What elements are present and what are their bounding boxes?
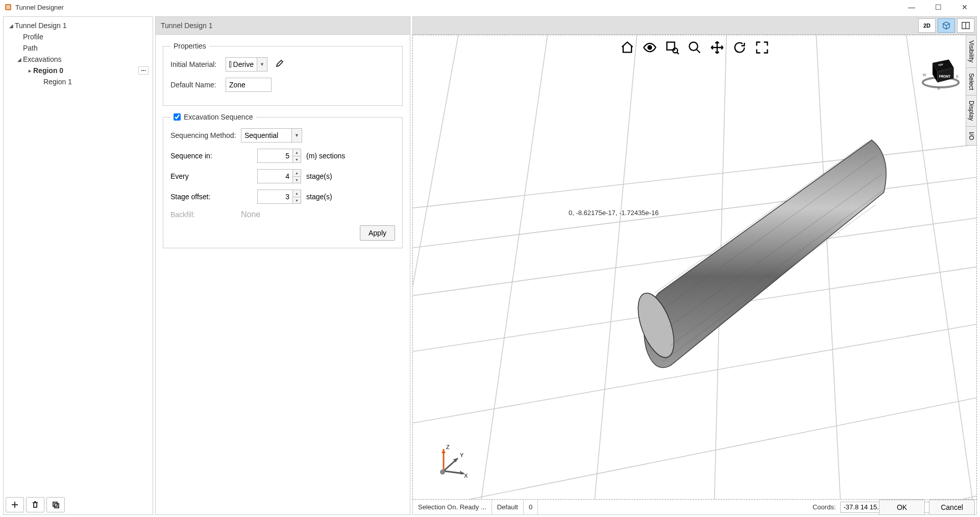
backfill-label: Backfill: — [170, 210, 237, 219]
pan-icon[interactable] — [708, 38, 726, 57]
properties-legend: Properties — [170, 42, 209, 50]
nav-tools — [618, 38, 771, 57]
svg-point-8 — [690, 42, 698, 51]
svg-text:Y: Y — [460, 452, 464, 458]
every-label: Every — [170, 172, 257, 180]
offset-suffix: stage(s) — [306, 193, 332, 201]
tree-region-1[interactable]: ▸Region 1 — [6, 76, 151, 87]
tree-root-label: Tunnel Design 1 — [15, 21, 66, 30]
every-suffix: stage(s) — [306, 172, 332, 180]
properties-fieldset: Properties Initial Material: Derive ▼ De… — [163, 42, 403, 106]
initial-material-label: Initial Material: — [170, 60, 222, 68]
zoom-icon[interactable] — [685, 38, 704, 57]
svg-point-13 — [440, 469, 445, 475]
side-tab-display[interactable]: Display — [966, 95, 977, 126]
svg-text:W: W — [923, 73, 926, 77]
sequence-in-suffix: (m) sections — [306, 152, 345, 160]
side-tab-visibility[interactable]: Visibility — [966, 35, 977, 68]
tree-item-label: Region 0 — [33, 66, 63, 75]
coords-label: Coords: — [813, 503, 836, 511]
method-label: Sequencing Method: — [170, 131, 237, 139]
svg-text:FRONT: FRONT — [939, 75, 950, 78]
tree-path[interactable]: ◢Path — [6, 42, 151, 54]
scene — [413, 35, 976, 500]
svg-text:S: S — [938, 86, 940, 91]
tree-profile[interactable]: ◢Profile — [6, 31, 151, 42]
zoom-box-icon[interactable] — [663, 38, 681, 57]
spin-down-icon[interactable]: ▼ — [293, 176, 301, 183]
properties-header: Tunnel Design 1 — [155, 16, 410, 35]
title-bar: Tunnel Designer — ☐ ✕ — [0, 0, 980, 14]
ok-button[interactable]: OK — [879, 500, 925, 515]
status-mode: Default — [492, 500, 524, 514]
excavation-checkbox[interactable] — [174, 113, 181, 121]
side-tab-select[interactable]: Select — [966, 67, 977, 96]
minimize-button[interactable]: — — [904, 3, 919, 11]
excavation-legend: Excavation Sequence — [170, 113, 256, 121]
every-input[interactable] — [257, 169, 293, 183]
method-select[interactable]: Sequential ▼ — [241, 128, 302, 143]
tree-panel: ◢Tunnel Design 1 ◢Profile ◢Path ◢Excavat… — [3, 16, 153, 515]
spin-down-icon[interactable]: ▼ — [293, 197, 301, 204]
view-cube[interactable]: W E S FRONT TOP — [920, 51, 961, 91]
sequence-in-label: Sequence in: — [170, 152, 257, 160]
duplicate-button[interactable] — [46, 497, 65, 512]
status-count: 0 — [524, 500, 538, 514]
sequence-in-input[interactable] — [257, 149, 293, 163]
side-tab-io[interactable]: I/O — [966, 126, 977, 146]
every-spinner[interactable]: ▲▼ — [257, 169, 301, 183]
viewport-header: 2D — [412, 16, 977, 35]
tree-excavations[interactable]: ◢Excavations — [6, 54, 151, 65]
svg-point-5 — [648, 46, 652, 50]
svg-rect-1 — [6, 5, 10, 9]
tree-item-more-button[interactable]: ··· — [138, 66, 149, 75]
home-icon[interactable] — [618, 38, 636, 57]
dialog-footer: OK Cancel — [879, 500, 975, 515]
view-split-button[interactable] — [957, 18, 974, 33]
rotate-icon[interactable] — [730, 38, 749, 57]
cancel-button[interactable]: Cancel — [929, 500, 975, 515]
status-selection: Selection On. Ready ... — [413, 500, 492, 514]
default-name-input[interactable] — [226, 78, 272, 92]
spin-up-icon[interactable]: ▲ — [293, 149, 301, 156]
properties-panel: Tunnel Design 1 Properties Initial Mater… — [155, 16, 410, 515]
spin-down-icon[interactable]: ▼ — [293, 156, 301, 163]
tree-footer — [4, 495, 153, 514]
offset-label: Stage offset: — [170, 193, 257, 201]
dropdown-icon[interactable]: ▼ — [257, 57, 267, 72]
excavation-legend-text: Excavation Sequence — [184, 113, 253, 121]
axis-triad: Z Y X — [433, 443, 469, 479]
dropdown-icon[interactable]: ▼ — [292, 128, 302, 143]
offset-spinner[interactable]: ▲▼ — [257, 190, 301, 204]
eye-icon[interactable] — [641, 38, 659, 57]
svg-text:Z: Z — [446, 444, 450, 450]
tree-item-label: Path — [23, 44, 38, 52]
svg-text:E: E — [956, 74, 959, 79]
tree-region-0[interactable]: ▸Region 0··· — [6, 65, 151, 76]
spin-up-icon[interactable]: ▲ — [293, 169, 301, 176]
tree-item-label: Region 1 — [43, 78, 72, 86]
apply-button[interactable]: Apply — [360, 225, 395, 241]
view-3d-button[interactable] — [938, 18, 955, 33]
backfill-value: None — [241, 210, 260, 219]
side-tabs: Visibility Select Display I/O — [966, 35, 977, 145]
excavation-fieldset: Excavation Sequence Sequencing Method: S… — [163, 113, 403, 248]
initial-material-select[interactable]: Derive ▼ — [226, 57, 267, 72]
close-button[interactable]: ✕ — [958, 3, 972, 11]
view-2d-button[interactable]: 2D — [918, 18, 936, 33]
sequence-in-spinner[interactable]: ▲▼ — [257, 149, 301, 163]
app-icon — [4, 3, 12, 11]
tree-root[interactable]: ◢Tunnel Design 1 — [6, 20, 151, 31]
method-value: Sequential — [244, 131, 278, 139]
origin-coord-label: 0, -8.62175e-17, -1.72435e-16 — [569, 209, 658, 217]
viewport-3d[interactable]: 0, -8.62175e-17, -1.72435e-16 Z Y X W E … — [412, 35, 977, 500]
spin-up-icon[interactable]: ▲ — [293, 190, 301, 197]
fullscreen-icon[interactable] — [753, 38, 771, 57]
maximize-button[interactable]: ☐ — [931, 3, 945, 11]
design-tree: ◢Tunnel Design 1 ◢Profile ◢Path ◢Excavat… — [4, 17, 153, 495]
add-button[interactable] — [6, 497, 24, 512]
delete-button[interactable] — [26, 497, 44, 512]
offset-input[interactable] — [257, 190, 293, 204]
edit-material-icon[interactable] — [276, 59, 284, 69]
svg-text:X: X — [464, 473, 468, 479]
